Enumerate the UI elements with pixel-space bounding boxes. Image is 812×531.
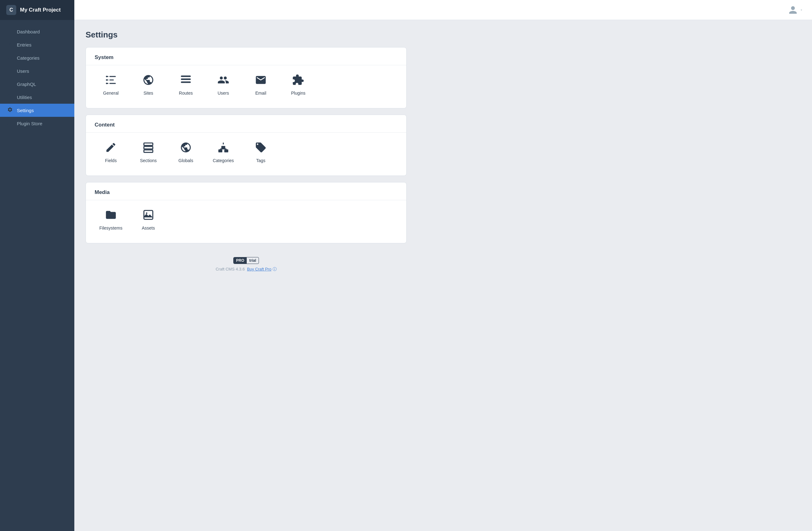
settings-item-sites[interactable]: Sites bbox=[130, 69, 167, 101]
section-title-content: Content bbox=[86, 115, 406, 132]
svg-rect-3 bbox=[109, 79, 114, 80]
buy-craft-pro-link[interactable]: Buy Craft Pro bbox=[247, 267, 271, 271]
settings-grid-content: Fields SectionsGlobals CategoriesTags bbox=[86, 134, 406, 175]
settings-section-content: ContentFields SectionsGlobals Categories… bbox=[86, 115, 407, 176]
sidebar-title: My Craft Project bbox=[20, 7, 61, 13]
settings-item-label-assets: Assets bbox=[142, 226, 155, 230]
graphql-icon bbox=[7, 81, 13, 87]
settings-section-media: MediaFilesystemsAssets bbox=[86, 182, 407, 243]
sidebar-item-label: GraphQL bbox=[17, 82, 36, 87]
settings-item-tags[interactable]: Tags bbox=[242, 137, 279, 168]
user-icon bbox=[788, 5, 798, 15]
svg-rect-17 bbox=[218, 149, 222, 153]
settings-item-plugins[interactable]: Plugins bbox=[279, 69, 317, 101]
sidebar-item-categories[interactable]: Categories bbox=[0, 51, 74, 64]
globals-icon bbox=[180, 142, 192, 155]
settings-item-label-globals: Globals bbox=[178, 158, 193, 163]
svg-rect-14 bbox=[144, 150, 153, 153]
settings-item-fields[interactable]: Fields bbox=[92, 137, 130, 168]
settings-icon bbox=[7, 107, 13, 114]
users-icon bbox=[7, 68, 13, 74]
footer-version: Craft CMS 4.3.6 Buy Craft Pro ⓘ bbox=[86, 267, 407, 272]
settings-item-routes[interactable]: Routes bbox=[167, 69, 205, 101]
sidebar-logo: C bbox=[6, 5, 16, 15]
settings-grid-media: FilesystemsAssets bbox=[86, 201, 406, 243]
sidebar-item-label: Plugin Store bbox=[17, 121, 42, 126]
svg-rect-12 bbox=[144, 143, 153, 146]
svg-rect-24 bbox=[144, 211, 153, 219]
settings-grid-system: GeneralSites RoutesUsersEmailPlugins bbox=[86, 67, 406, 108]
users-s-icon bbox=[217, 74, 229, 87]
svg-point-6 bbox=[106, 76, 107, 77]
sidebar-item-label: Utilities bbox=[17, 95, 32, 100]
sidebar-item-graphql[interactable]: GraphQL bbox=[0, 77, 74, 90]
settings-item-email[interactable]: Email bbox=[242, 69, 279, 101]
assets-icon bbox=[142, 209, 154, 223]
settings-item-assets[interactable]: Assets bbox=[130, 204, 167, 235]
sidebar-item-users[interactable]: Users bbox=[0, 64, 74, 77]
categories-icon bbox=[7, 54, 13, 61]
settings-item-globals[interactable]: Globals bbox=[167, 137, 205, 168]
entries-icon bbox=[7, 41, 13, 48]
utilities-icon bbox=[7, 94, 13, 101]
sidebar-item-label: Entries bbox=[17, 42, 31, 47]
settings-item-label-routes: Routes bbox=[179, 90, 193, 96]
settings-item-label-categories: Categories bbox=[213, 158, 234, 163]
email-icon bbox=[255, 74, 267, 87]
svg-point-25 bbox=[146, 212, 147, 214]
filesystems-icon bbox=[105, 209, 117, 223]
plugin-store-icon bbox=[7, 120, 13, 127]
sidebar-item-dashboard[interactable]: Dashboard bbox=[0, 25, 74, 38]
general-icon bbox=[105, 74, 117, 87]
tags-icon bbox=[255, 142, 267, 155]
svg-rect-5 bbox=[109, 83, 116, 84]
footer: PRO trial Craft CMS 4.3.6 Buy Craft Pro … bbox=[86, 249, 407, 282]
user-avatar[interactable] bbox=[788, 5, 803, 15]
settings-item-categories[interactable]: Categories bbox=[205, 137, 242, 168]
settings-item-label-plugins: Plugins bbox=[291, 90, 305, 96]
settings-item-users[interactable]: Users bbox=[205, 69, 242, 101]
fields-icon bbox=[105, 142, 117, 155]
sidebar-item-utilities[interactable]: Utilities bbox=[0, 90, 74, 104]
categories-s-icon bbox=[217, 142, 229, 155]
chevron-down-icon bbox=[799, 8, 803, 12]
svg-rect-13 bbox=[144, 146, 153, 149]
sidebar-item-settings[interactable]: Settings bbox=[0, 104, 74, 117]
settings-item-label-filesystems: Filesystems bbox=[99, 226, 122, 230]
svg-rect-11 bbox=[181, 82, 191, 83]
settings-item-label-users: Users bbox=[218, 90, 229, 96]
sidebar-item-label: Categories bbox=[17, 55, 40, 61]
settings-item-label-sites: Sites bbox=[143, 90, 153, 96]
settings-item-label-fields: Fields bbox=[105, 158, 116, 163]
settings-item-label-sections: Sections bbox=[140, 158, 157, 163]
sidebar-nav: DashboardEntriesCategoriesUsersGraphQLUt… bbox=[0, 20, 74, 531]
dashboard-icon bbox=[7, 28, 13, 35]
section-title-media: Media bbox=[86, 183, 406, 200]
settings-cards: System GeneralSites RoutesUsersEmailPlug… bbox=[86, 47, 407, 243]
sidebar-item-label: Dashboard bbox=[17, 29, 40, 34]
topbar bbox=[74, 0, 812, 20]
settings-item-label-general: General bbox=[103, 90, 119, 96]
settings-item-general[interactable]: General bbox=[92, 69, 130, 101]
sidebar-item-plugin-store[interactable]: Plugin Store bbox=[0, 117, 74, 130]
pro-label: PRO bbox=[234, 257, 247, 264]
settings-item-filesystems[interactable]: Filesystems bbox=[92, 204, 130, 235]
pro-badge: PRO trial bbox=[233, 257, 259, 264]
routes-icon bbox=[180, 74, 192, 87]
sidebar-item-entries[interactable]: Entries bbox=[0, 38, 74, 51]
svg-point-8 bbox=[106, 83, 107, 84]
sidebar-item-label: Settings bbox=[17, 108, 34, 113]
sidebar-item-label: Users bbox=[17, 68, 29, 74]
settings-item-label-email: Email bbox=[255, 90, 266, 96]
settings-item-sections[interactable]: Sections bbox=[130, 137, 167, 168]
svg-rect-1 bbox=[109, 76, 116, 77]
sites-icon bbox=[142, 74, 154, 87]
section-title-system: System bbox=[86, 47, 406, 65]
svg-rect-18 bbox=[224, 149, 228, 153]
trial-label: trial bbox=[247, 257, 259, 264]
main-content: Settings System GeneralSites RoutesUsers… bbox=[74, 0, 812, 531]
page-title: Settings bbox=[86, 30, 407, 40]
svg-point-7 bbox=[106, 79, 107, 81]
sidebar-header: C My Craft Project bbox=[0, 0, 74, 20]
svg-rect-15 bbox=[223, 142, 223, 144]
